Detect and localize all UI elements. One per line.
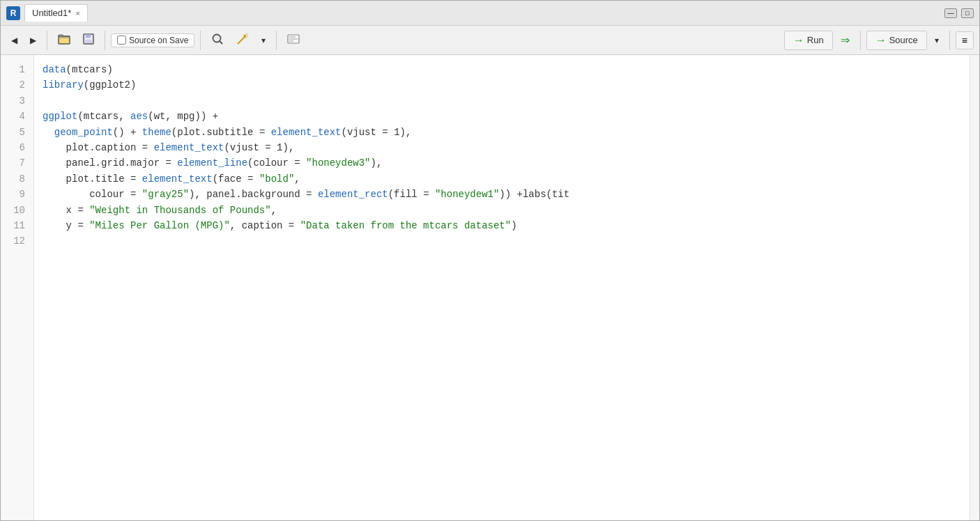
- separator-2: [105, 31, 105, 50]
- code-token: "Miles Per Gallon (MPG)": [89, 218, 230, 233]
- line-num-2: 2: [1, 77, 33, 93]
- code-line-12: [43, 233, 970, 249]
- code-token: geom_point: [54, 125, 113, 140]
- wand-dropdown-button[interactable]: ▾: [257, 33, 270, 48]
- svg-line-6: [238, 36, 245, 44]
- source-label: Source: [889, 35, 918, 45]
- code-token: (vjust = 1),: [342, 125, 412, 140]
- code-line-9: colour = "gray25"), panel.background = e…: [43, 187, 970, 202]
- title-bar-left: R Untitled1* ×: [6, 4, 944, 22]
- maximize-button[interactable]: □: [961, 8, 974, 18]
- rerun-button[interactable]: ⇒: [836, 31, 855, 49]
- line-num-8: 8: [1, 171, 33, 187]
- code-token: element_line: [177, 155, 247, 171]
- search-icon: [211, 33, 224, 47]
- code-token: , caption =: [230, 218, 300, 233]
- code-token: (mtcars): [66, 62, 113, 77]
- magic-wand-icon: [236, 33, 249, 47]
- code-token: ,: [271, 203, 277, 218]
- code-token: theme: [142, 125, 171, 140]
- code-token: "gray25": [142, 187, 189, 202]
- code-token: aes: [130, 109, 148, 124]
- magic-wand-button[interactable]: [231, 30, 254, 50]
- code-token: element_text: [271, 125, 342, 140]
- code-token: plot.caption =: [43, 140, 154, 155]
- run-arrow-icon: →: [793, 34, 804, 47]
- title-bar: R Untitled1* × — □: [1, 1, 979, 26]
- code-token: () +: [113, 125, 142, 140]
- svg-rect-2: [86, 34, 91, 38]
- code-token: colour =: [43, 187, 142, 202]
- back-button[interactable]: ◀: [6, 33, 22, 48]
- code-line-7: panel.grid.major = element_line(colour =…: [43, 155, 970, 171]
- code-token: )) +labs(tit: [499, 187, 569, 202]
- line-num-5: 5: [1, 125, 33, 140]
- code-token: "Data taken from the mtcars dataset": [300, 218, 511, 233]
- separator-4: [276, 31, 277, 50]
- hamburger-icon: ≡: [962, 35, 967, 46]
- code-token: x =: [43, 203, 89, 218]
- separator-3: [200, 31, 201, 50]
- code-line-10: x = "Weight in Thousands of Pounds",: [43, 203, 970, 218]
- line-num-10: 10: [1, 203, 33, 218]
- main-window: R Untitled1* × — □ ◀ ▶: [0, 0, 980, 521]
- code-token: panel.grid.major =: [43, 155, 177, 171]
- vertical-scrollbar[interactable]: [970, 55, 979, 520]
- code-line-8: plot.title = element_text(face = "bold",: [43, 171, 970, 187]
- code-line-3: [43, 93, 970, 109]
- svg-line-8: [247, 33, 247, 34]
- toolbar-right: → Run ⇒ → Source ▾ ≡: [784, 31, 974, 50]
- open-button[interactable]: [53, 31, 75, 49]
- line-num-11: 11: [1, 218, 33, 233]
- menu-button[interactable]: ≡: [956, 31, 974, 49]
- code-block-button[interactable]: [282, 31, 305, 49]
- code-token: plot.title =: [43, 171, 142, 187]
- source-arrow-icon: →: [875, 34, 887, 47]
- code-token: (fill =: [388, 187, 435, 202]
- code-token: "bold": [259, 171, 294, 187]
- svg-rect-3: [85, 40, 92, 43]
- line-num-7: 7: [1, 155, 33, 171]
- open-folder-icon: [58, 33, 70, 47]
- code-token: (colour =: [247, 155, 306, 171]
- run-button[interactable]: → Run: [784, 31, 833, 50]
- code-token: library: [43, 77, 84, 93]
- save-button[interactable]: [78, 31, 99, 49]
- svg-line-5: [220, 41, 222, 44]
- code-line-5: geom_point() + theme(plot.subtitle = ele…: [43, 125, 970, 140]
- source-on-save-checkbox[interactable]: [117, 36, 126, 45]
- minimize-button[interactable]: —: [944, 8, 957, 18]
- code-editor[interactable]: data(mtcars) library(ggplot2) ggplot(mtc…: [34, 55, 970, 520]
- code-token: ),: [371, 155, 383, 171]
- line-num-9: 9: [1, 187, 33, 202]
- window-controls: — □: [944, 8, 974, 18]
- line-numbers: 1 2 3 4 5 6 7 8 9 10 11 12: [1, 55, 34, 520]
- separator-1: [47, 31, 47, 50]
- search-button[interactable]: [206, 30, 229, 50]
- code-token: element_rect: [318, 187, 388, 202]
- forward-button[interactable]: ▶: [25, 33, 41, 48]
- code-token: data: [43, 62, 66, 77]
- line-num-3: 3: [1, 93, 33, 109]
- separator-6: [949, 31, 950, 50]
- line-num-12: 12: [1, 233, 33, 249]
- toolbar: ◀ ▶: [1, 26, 979, 55]
- source-chevron-icon: ▾: [935, 36, 939, 45]
- code-token: ), panel.background =: [189, 187, 318, 202]
- code-token: ggplot: [43, 109, 77, 124]
- source-dropdown-button[interactable]: ▾: [930, 33, 944, 48]
- code-token: (ggplot2): [84, 77, 137, 93]
- code-token: (mtcars,: [77, 109, 130, 124]
- separator-5: [860, 31, 861, 50]
- code-line-11: y = "Miles Per Gallon (MPG)", caption = …: [43, 218, 970, 233]
- code-token: (wt, mpg)) +: [148, 109, 218, 124]
- active-tab[interactable]: Untitled1* ×: [24, 4, 88, 22]
- line-num-1: 1: [1, 62, 33, 77]
- source-button[interactable]: → Source: [866, 31, 927, 50]
- source-on-save-label: Source on Save: [129, 36, 188, 45]
- save-icon: [83, 33, 94, 47]
- tab-close-icon[interactable]: ×: [75, 9, 79, 17]
- back-icon: ◀: [11, 36, 17, 45]
- code-line-1: data(mtcars): [43, 62, 970, 77]
- code-block-icon: [287, 33, 300, 47]
